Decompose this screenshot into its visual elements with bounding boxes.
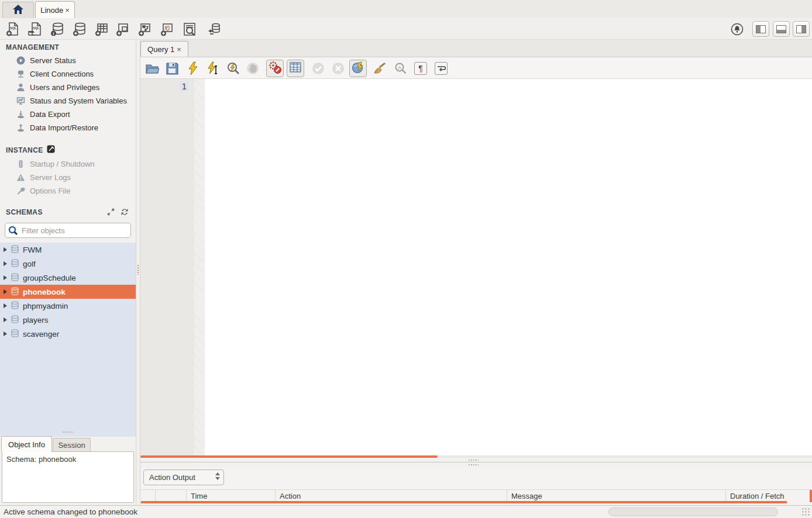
schema-row-scavenger[interactable]: scavenger xyxy=(0,327,136,341)
right-pane-icon xyxy=(796,25,806,33)
refresh-schemas-icon[interactable] xyxy=(121,208,129,217)
tab-object-info[interactable]: Object Info xyxy=(1,436,52,452)
schema-row-phonebook[interactable]: phonebook xyxy=(0,285,136,299)
sidebar-item-users-privileges[interactable]: Users and Privileges xyxy=(0,81,136,94)
toggle-autocommit-button[interactable] xyxy=(349,60,367,77)
expander-icon[interactable] xyxy=(4,317,7,322)
sidebar-item-server-status[interactable]: Server Status xyxy=(0,54,136,67)
show-invisibles-icon[interactable]: ¶ xyxy=(413,61,428,76)
schema-row-fwm[interactable]: FWM xyxy=(0,243,136,257)
code-fold-margin xyxy=(194,79,205,455)
save-script-icon[interactable] xyxy=(164,61,180,76)
client-connections-icon xyxy=(16,70,25,79)
status-message: Active schema changed to phonebook xyxy=(4,507,137,516)
main-toolbar: SQL SQL i f() xyxy=(0,18,812,40)
data-import-icon xyxy=(16,123,25,133)
panel-splitter-handle[interactable] xyxy=(63,431,73,433)
close-icon[interactable]: × xyxy=(65,6,70,15)
sidebar-item-data-import[interactable]: Data Import/Restore xyxy=(0,121,136,134)
tab-query-1[interactable]: Query 1 × xyxy=(140,41,188,57)
create-table-icon[interactable] xyxy=(94,21,110,37)
home-icon xyxy=(12,4,24,17)
expander-icon[interactable] xyxy=(4,275,7,280)
wrap-text-icon[interactable] xyxy=(433,61,449,76)
sidebar-item-client-connections[interactable]: Client Connections xyxy=(0,67,136,81)
expander-icon[interactable] xyxy=(4,303,7,308)
schema-row-golf[interactable]: golf xyxy=(0,257,136,271)
expander-icon[interactable] xyxy=(4,331,7,336)
mysql-workbench-window: Linode × SQL SQL i f() xyxy=(0,0,812,518)
reconnect-dbms-icon[interactable] xyxy=(206,21,222,37)
header-time-column[interactable]: Time xyxy=(187,490,276,502)
expander-icon[interactable] xyxy=(4,289,7,294)
find-icon: A xyxy=(393,61,408,76)
execute-icon[interactable] xyxy=(185,61,201,76)
limit-rows-button[interactable] xyxy=(287,60,304,77)
connection-tab-linode[interactable]: Linode × xyxy=(35,1,75,18)
open-sql-script-icon[interactable]: SQL xyxy=(27,21,43,37)
schema-icon xyxy=(11,315,19,325)
expander-icon[interactable] xyxy=(4,261,7,266)
toggle-secondary-sidebar-button[interactable] xyxy=(793,21,810,37)
notifications-icon[interactable] xyxy=(729,21,745,37)
header-duration-column[interactable]: Duration / Fetch xyxy=(726,490,812,502)
server-logs-icon xyxy=(16,173,25,182)
create-stored-procedure-icon[interactable] xyxy=(137,21,153,37)
schema-icon xyxy=(11,287,19,297)
object-info-panel: Object Info Session Schema: phonebook xyxy=(0,430,136,505)
sidebar-item-startup-shutdown[interactable]: Startup / Shutdown xyxy=(0,157,136,171)
explain-icon[interactable] xyxy=(226,61,241,76)
expander-icon[interactable] xyxy=(4,247,7,252)
beautify-icon[interactable] xyxy=(373,61,388,76)
home-tab[interactable] xyxy=(2,2,34,18)
sidebar-item-status-system-variables[interactable]: Status and System Variables xyxy=(0,94,136,108)
filter-objects-input[interactable] xyxy=(5,223,131,238)
options-file-icon xyxy=(16,187,25,196)
startup-shutdown-icon xyxy=(16,160,25,169)
create-schema-icon[interactable] xyxy=(71,21,88,37)
output-vertical-scrollbar[interactable] xyxy=(810,490,812,502)
bottom-scrollbar-thumb[interactable] xyxy=(608,507,778,516)
search-table-data-icon[interactable] xyxy=(181,21,198,37)
close-icon[interactable]: × xyxy=(177,45,181,54)
sidebar-item-options-file[interactable]: Options File xyxy=(0,184,136,198)
splitter-grip-icon xyxy=(468,459,479,461)
expand-schemas-icon[interactable] xyxy=(107,208,115,217)
window-resize-grip-icon[interactable] xyxy=(801,507,810,516)
bottom-pane-icon xyxy=(776,25,786,33)
tab-session[interactable]: Session xyxy=(53,438,91,452)
output-panel: Action Output Time Action Message Durati… xyxy=(140,468,812,505)
toggle-left-sidebar-button[interactable] xyxy=(752,21,769,37)
header-index-column xyxy=(156,490,187,502)
create-function-icon[interactable]: f() xyxy=(159,21,176,37)
output-type-select[interactable]: Action Output xyxy=(143,469,224,485)
schema-row-players[interactable]: players xyxy=(0,313,136,327)
sidebar-splitter[interactable] xyxy=(136,40,140,505)
sidebar-item-data-export[interactable]: Data Export xyxy=(0,108,136,121)
toggle-stop-on-error-button[interactable] xyxy=(266,60,284,77)
execute-current-icon[interactable] xyxy=(205,61,221,76)
object-info-text: Schema: phonebook xyxy=(2,451,134,503)
output-horizontal-scrollbar[interactable] xyxy=(141,501,787,503)
header-message-column[interactable]: Message xyxy=(507,490,726,502)
output-splitter[interactable] xyxy=(140,458,812,468)
query-tab-bar: Query 1 × xyxy=(140,40,812,57)
splitter-grip-icon xyxy=(468,464,479,466)
line-number-gutter: 1 xyxy=(140,79,194,455)
schema-row-groupschedule[interactable]: groupSchedule xyxy=(0,271,136,285)
header-action-column[interactable]: Action xyxy=(276,490,507,502)
sql-editor-toolbar: A ¶ xyxy=(140,57,812,79)
schema-icon xyxy=(11,259,19,269)
toggle-output-area-button[interactable] xyxy=(773,21,790,37)
open-script-icon[interactable] xyxy=(144,61,160,76)
schema-row-phpmyadmin[interactable]: phpmyadmin xyxy=(0,299,136,313)
new-sql-tab-icon[interactable]: SQL xyxy=(5,21,21,37)
inspect-database-icon[interactable]: i xyxy=(49,21,66,37)
schema-icon xyxy=(11,245,19,255)
sidebar-item-server-logs[interactable]: Server Logs xyxy=(0,171,136,184)
create-view-icon[interactable] xyxy=(115,21,131,37)
search-icon xyxy=(8,226,18,238)
sql-editor[interactable]: 1 xyxy=(140,79,812,455)
users-icon xyxy=(16,83,25,92)
select-stepper-icon[interactable] xyxy=(215,472,220,480)
